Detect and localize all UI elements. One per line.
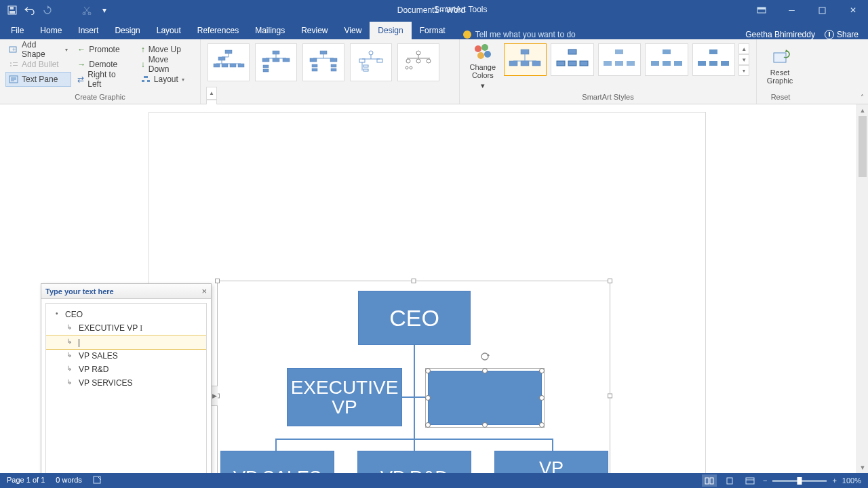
move-down-button[interactable]: ↓Move Down	[138, 57, 195, 72]
scroll-up-icon[interactable]: ▲	[857, 104, 868, 116]
text-pane-toggle[interactable]: ▶	[211, 386, 218, 406]
svg-point-64	[410, 66, 412, 69]
tab-mailings[interactable]: Mailings	[247, 22, 293, 39]
style-thumb-5[interactable]	[692, 43, 736, 76]
scroll-thumb[interactable]	[859, 116, 867, 177]
tab-layout[interactable]: Layout	[149, 22, 189, 39]
rotate-handle-icon[interactable]	[479, 351, 490, 362]
ribbon-display-icon[interactable]	[746, 0, 776, 20]
frame-handle[interactable]	[215, 279, 220, 283]
layout-thumb-1[interactable]	[208, 43, 250, 81]
layout-thumb-5[interactable]	[397, 43, 439, 81]
user-name[interactable]: Geetha Bhimireddy	[745, 30, 815, 39]
close-icon[interactable]: ✕	[837, 0, 868, 20]
tab-design[interactable]: Design	[106, 22, 148, 39]
maximize-icon[interactable]	[807, 0, 837, 20]
zoom-level[interactable]: 100%	[842, 476, 861, 485]
layout-button[interactable]: Layout▾	[138, 72, 195, 87]
undo-icon[interactable]	[22, 2, 38, 18]
status-proofing-icon[interactable]	[93, 476, 102, 485]
node-evp[interactable]: EXECUTIVE VP	[287, 368, 402, 426]
zoom-in-icon[interactable]: +	[832, 476, 836, 485]
view-print-icon[interactable]	[722, 474, 737, 487]
node-vp-sales[interactable]: VP SALES	[220, 451, 334, 473]
node-new-selected[interactable]	[428, 371, 542, 425]
svg-rect-44	[330, 58, 337, 62]
text-pane-header[interactable]: Type your text here ×	[41, 284, 211, 299]
text-pane-item[interactable]: CEO	[46, 308, 206, 321]
text-pane-button[interactable]: Text Pane	[5, 72, 71, 87]
frame-handle[interactable]	[608, 394, 612, 399]
svg-rect-86	[674, 61, 682, 66]
node-ceo[interactable]: CEO	[358, 291, 471, 345]
svg-rect-77	[568, 61, 576, 66]
text-pane-title: Type your text here	[45, 287, 114, 296]
style-thumb-4[interactable]	[645, 43, 688, 76]
text-pane-item[interactable]: VP SALES	[46, 349, 206, 363]
qat-dropdown-icon[interactable]: ▾	[96, 2, 113, 18]
text-pane-item[interactable]: EXECUTIVE VP I	[46, 321, 206, 336]
share-icon	[825, 30, 834, 39]
cut-icon[interactable]	[79, 2, 95, 18]
style-thumb-1[interactable]	[504, 43, 547, 76]
text-pane-body[interactable]: CEOEXECUTIVE VP IVP SALESVP R&DVP SERVIC…	[45, 303, 207, 473]
group-label-create: Create Graphic	[5, 92, 195, 104]
layout-thumb-4[interactable]	[350, 43, 392, 81]
promote-button[interactable]: ←Promote	[74, 42, 135, 57]
redo-icon[interactable]	[39, 2, 56, 18]
tab-smartart-design[interactable]: Design	[370, 22, 411, 39]
zoom-out-icon[interactable]: −	[763, 476, 767, 485]
tab-file[interactable]: File	[3, 22, 32, 39]
svg-rect-28	[230, 64, 236, 67]
svg-rect-87	[709, 49, 717, 54]
vertical-scrollbar[interactable]: ▲ ▼	[856, 104, 868, 473]
tab-smartart-format[interactable]: Format	[412, 22, 454, 39]
svg-rect-40	[320, 51, 327, 54]
tab-home[interactable]: Home	[32, 22, 70, 39]
tab-view[interactable]: View	[336, 22, 370, 39]
view-web-icon[interactable]	[743, 474, 757, 487]
user-area: Geetha Bhimireddy Share	[736, 30, 868, 39]
quick-access-toolbar: ▾	[0, 2, 117, 18]
view-read-icon[interactable]	[702, 474, 717, 487]
node-vp-rd[interactable]: VP R&D	[357, 451, 471, 473]
bulb-icon	[463, 30, 471, 39]
reset-graphic-button[interactable]: Reset Graphic	[762, 42, 797, 89]
layout-thumb-2[interactable]	[255, 43, 297, 81]
style-thumb-3[interactable]	[598, 43, 642, 76]
zoom-slider[interactable]	[772, 480, 827, 482]
svg-rect-85	[663, 61, 671, 66]
style-thumb-2[interactable]	[551, 43, 594, 76]
node-vp-services[interactable]: VP SERVICES	[494, 451, 608, 473]
change-colors-button[interactable]: Change Colors▾	[465, 42, 500, 89]
text-pane-item[interactable]: VP R&D	[46, 363, 206, 376]
connector	[275, 439, 277, 452]
svg-rect-78	[580, 61, 588, 66]
group-label-styles: SmartArt Styles	[465, 92, 751, 104]
text-pane-close-icon[interactable]: ×	[201, 286, 207, 296]
tab-review[interactable]: Review	[293, 22, 336, 39]
frame-handle[interactable]	[412, 279, 416, 283]
styles-scroll[interactable]: ▲▼▾	[738, 43, 749, 76]
tab-insert[interactable]: Insert	[70, 22, 106, 39]
share-button[interactable]: Share	[825, 30, 859, 39]
minimize-icon[interactable]: ─	[776, 0, 807, 20]
tell-me[interactable]: Tell me what you want to do	[454, 30, 736, 39]
tab-references[interactable]: References	[189, 22, 247, 39]
layout-thumb-3[interactable]	[302, 43, 344, 81]
svg-rect-21	[225, 50, 232, 54]
collapse-ribbon-icon[interactable]: ˄	[861, 94, 864, 101]
text-pane-item[interactable]	[46, 336, 206, 349]
text-pane-item[interactable]: VP SERVICES	[46, 376, 206, 390]
rtl-button[interactable]: ⇄Right to Left	[74, 72, 135, 87]
status-page[interactable]: Page 1 of 1	[7, 476, 45, 485]
svg-rect-11	[13, 62, 18, 63]
add-shape-button[interactable]: +Add Shape▾	[5, 42, 71, 57]
status-words[interactable]: 0 words	[56, 476, 82, 485]
scroll-down-icon[interactable]: ▼	[857, 462, 868, 473]
svg-rect-90	[721, 61, 729, 66]
smartart-frame[interactable]: ▶ CEO EXECUTIVE VP VP SALES VP R&D VP SE…	[217, 281, 610, 473]
frame-handle[interactable]	[608, 279, 612, 283]
text-pane[interactable]: Type your text here × CEOEXECUTIVE VP IV…	[41, 283, 212, 473]
save-icon[interactable]	[4, 2, 20, 18]
